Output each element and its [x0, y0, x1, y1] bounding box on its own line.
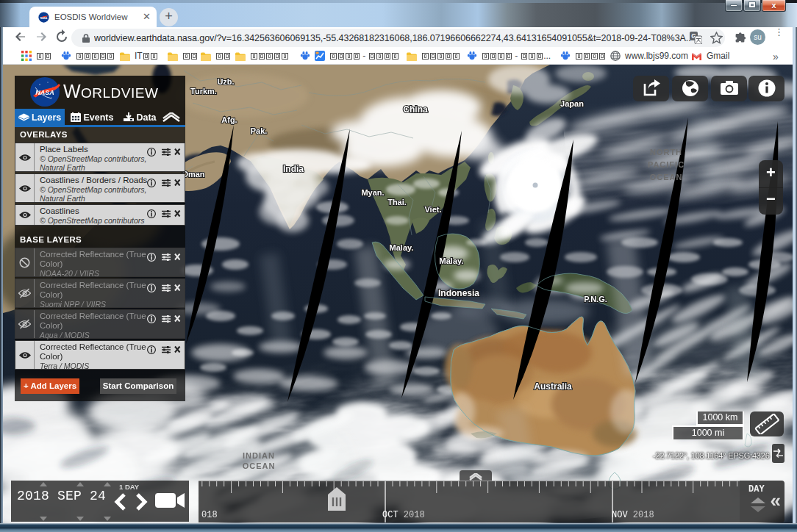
svg-text:Uzb.: Uzb. [217, 77, 234, 86]
svg-text:Oman: Oman [182, 170, 204, 179]
svg-text:INDIAN: INDIAN [243, 451, 275, 460]
svg-text:W: W [63, 81, 81, 101]
svg-text:Malay.: Malay. [390, 243, 414, 252]
svg-text:China: China [403, 104, 428, 115]
svg-text:Viet.: Viet. [424, 205, 441, 214]
svg-text:OCEAN: OCEAN [243, 461, 276, 470]
svg-text:Afg.: Afg. [221, 115, 237, 124]
svg-text:Thai.: Thai. [387, 198, 407, 206]
svg-text:NASA: NASA [35, 89, 54, 96]
svg-text:P.N.G.: P.N.G. [584, 295, 607, 303]
svg-text:India: India [283, 164, 304, 174]
svg-text:Malay.: Malay. [440, 256, 464, 265]
svg-text:ORLDVIEW: ORLDVIEW [81, 85, 158, 101]
svg-text:Japan: Japan [560, 99, 584, 108]
svg-text:NORTH: NORTH [650, 148, 682, 157]
svg-text:OCEAN: OCEAN [650, 173, 683, 181]
svg-text:Turkm.: Turkm. [190, 87, 217, 96]
svg-text:PACIFIC: PACIFIC [648, 160, 685, 169]
svg-text:NASA: NASA [40, 17, 48, 20]
svg-text:Indonesia: Indonesia [438, 288, 479, 298]
svg-text:Pak.: Pak. [251, 126, 268, 135]
svg-text:Myan.: Myan. [361, 188, 384, 197]
svg-text:Australia: Australia [534, 381, 572, 392]
